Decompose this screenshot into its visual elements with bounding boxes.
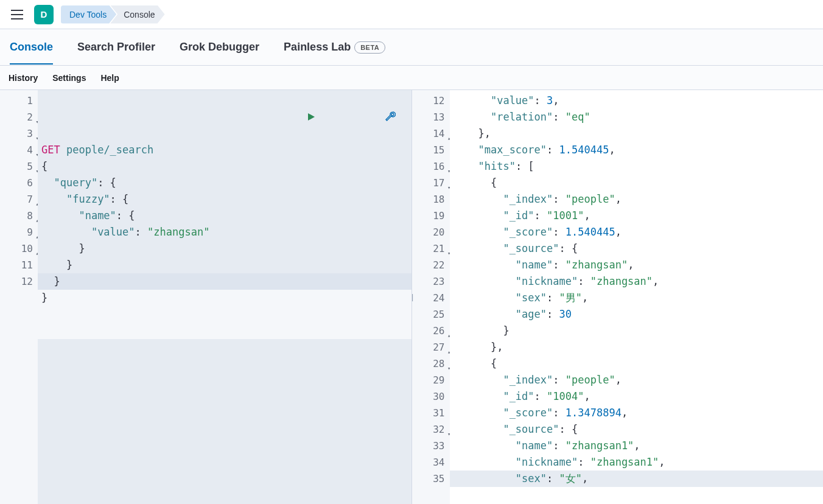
breadcrumb-dev-tools[interactable]: Dev Tools <box>61 5 116 24</box>
help-button[interactable]: Help <box>100 73 119 83</box>
settings-button[interactable]: Settings <box>52 73 86 83</box>
beta-badge: BETA <box>354 41 385 54</box>
response-viewer: 121314▴1516▾17▾18192021▾2223242526▴27▴28… <box>412 90 824 504</box>
response-code[interactable]: "value": 3, "relation": "eq" }, "max_sco… <box>450 90 824 504</box>
request-gutter: 12▾3▾4▾5▾67▴8▴9▴10▴1112 <box>0 90 38 504</box>
tab-console[interactable]: Console <box>10 30 53 64</box>
breadcrumb-console[interactable]: Console <box>110 5 164 24</box>
hamburger-icon <box>11 10 23 19</box>
hamburger-menu-button[interactable] <box>7 5 27 24</box>
history-button[interactable]: History <box>9 73 38 83</box>
tab-search-profiler[interactable]: Search Profiler <box>77 30 155 64</box>
run-request-button[interactable] <box>244 94 316 143</box>
tabs-bar: ConsoleSearch ProfilerGrok DebuggerPainl… <box>0 29 823 66</box>
request-options-button[interactable] <box>322 94 395 143</box>
editor-split: 12▾3▾4▾5▾67▴8▴9▴10▴1112 GET people/_sear… <box>0 90 823 504</box>
console-toolbar: History Settings Help <box>0 66 823 90</box>
avatar[interactable]: D <box>34 5 54 24</box>
tab-grok-debugger[interactable]: Grok Debugger <box>180 30 259 64</box>
request-editor[interactable]: 12▾3▾4▾5▾67▴8▴9▴10▴1112 GET people/_sear… <box>0 90 412 504</box>
response-gutter: 121314▴1516▾17▾18192021▾2223242526▴27▴28… <box>412 90 450 504</box>
wrench-icon <box>385 111 396 122</box>
request-code[interactable]: GET people/_search{ "query": { "fuzzy": … <box>38 90 412 504</box>
tab-painless-lab[interactable]: Painless LabBETA <box>284 30 385 64</box>
breadcrumb: Dev ToolsConsole <box>61 5 165 24</box>
avatar-letter: D <box>41 9 47 19</box>
play-icon <box>306 112 316 122</box>
top-bar: D Dev ToolsConsole <box>0 0 823 29</box>
